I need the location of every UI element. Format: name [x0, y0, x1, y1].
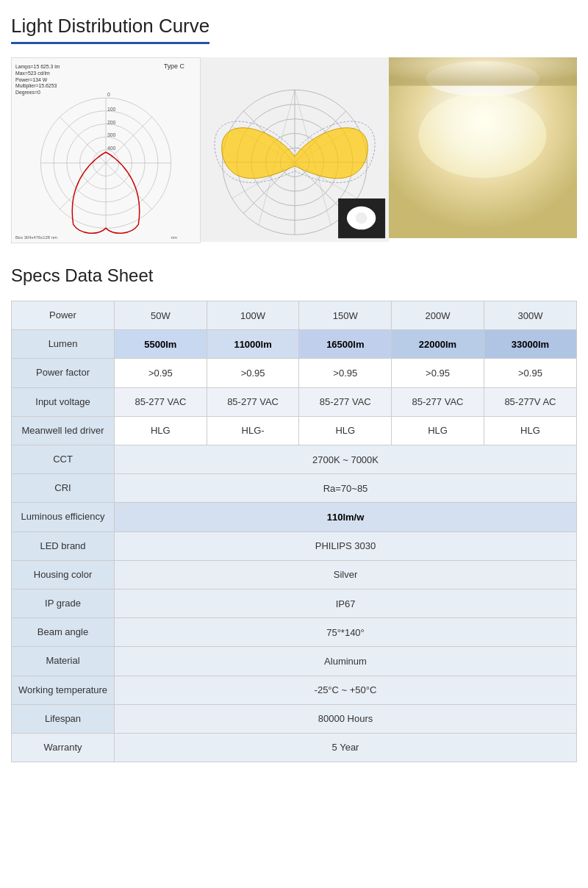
light-photo-box: [389, 57, 577, 238]
housing-color-row: Housing color Silver: [12, 560, 577, 589]
val-cct: 2700K ~ 7000K: [115, 445, 577, 474]
val-ip-grade: IP67: [115, 589, 577, 617]
val-iv-150: 85-277 VAC: [299, 387, 392, 416]
val-luminous: 110lm/w: [115, 503, 577, 531]
label-cri: CRI: [12, 474, 115, 503]
val-iv-50: 85-277 VAC: [115, 387, 207, 416]
val-led-brand: PHILIPS 3030: [115, 531, 577, 560]
svg-point-42: [419, 93, 547, 178]
val-beam-angle: 75°*140°: [115, 618, 577, 647]
val-lumen-300: 33000lm: [484, 330, 576, 359]
svg-text:400: 400: [107, 146, 116, 151]
svg-text:0: 0: [107, 92, 110, 97]
svg-text:Multiplier=15.6253: Multiplier=15.6253: [15, 83, 57, 89]
val-pf-150: >0.95: [299, 359, 392, 387]
label-power-factor: Power factor: [12, 359, 115, 387]
val-lifespan: 80000 Hours: [115, 704, 577, 733]
val-working-temp: -25°C ~ +50°C: [115, 676, 577, 704]
ip-grade-row: IP grade IP67: [12, 589, 577, 617]
power-factor-row: Power factor >0.95 >0.95 >0.95 >0.95 >0.…: [12, 359, 577, 387]
svg-text:Degrees=0: Degrees=0: [15, 90, 40, 96]
color-diagram-box: [201, 57, 389, 242]
header-100w: 100W: [207, 301, 299, 330]
label-lifespan: Lifespan: [12, 704, 115, 733]
material-row: Material Aluminum: [12, 647, 577, 676]
val-driver-50: HLG: [115, 416, 207, 445]
cct-row: CCT 2700K ~ 7000K: [12, 445, 577, 474]
input-voltage-row: Input voltage 85-277 VAC 85-277 VAC 85-2…: [12, 387, 577, 416]
working-temp-row: Working tempera­ture -25°C ~ +50°C: [12, 676, 577, 704]
val-pf-200: >0.95: [392, 359, 484, 387]
svg-text:100: 100: [107, 107, 116, 112]
label-material: Material: [12, 647, 115, 676]
val-driver-300: HLG: [484, 416, 576, 445]
specs-table: Power 50W 100W 150W 200W 300W Lumen 5500…: [11, 301, 577, 762]
driver-row: Meanwell led driv­er HLG HLG- HLG HLG HL…: [12, 416, 577, 445]
label-driver: Meanwell led driv­er: [12, 416, 115, 445]
svg-text:nm: nm: [171, 235, 177, 240]
polar-diagram-box: Lamps=15 625.3 lm Max=523 cd/lm Power=13…: [11, 57, 201, 243]
val-pf-50: >0.95: [115, 359, 207, 387]
header-150w: 150W: [299, 301, 392, 330]
table-header-row: Power 50W 100W 150W 200W 300W: [12, 301, 577, 330]
val-lumen-200: 22000lm: [392, 330, 484, 359]
curve-title: Light Distribution Curve: [11, 15, 209, 44]
val-driver-100: HLG-: [207, 416, 299, 445]
specs-title: Specs Data Sheet: [11, 265, 577, 286]
lumen-row: Lumen 5500lm 11000lm 16500lm 22000lm 330…: [12, 330, 577, 359]
header-200w: 200W: [392, 301, 484, 330]
cri-row: CRI Ra=70~85: [12, 474, 577, 503]
val-iv-200: 85-277 VAC: [392, 387, 484, 416]
label-housing-color: Housing color: [12, 560, 115, 589]
label-lumen: Lumen: [12, 330, 115, 359]
val-cri: Ra=70~85: [115, 474, 577, 503]
val-pf-100: >0.95: [207, 359, 299, 387]
label-luminous: Luminous efficien­cy: [12, 503, 115, 531]
svg-point-38: [356, 212, 368, 224]
luminous-row: Luminous efficien­cy 110lm/w: [12, 503, 577, 531]
val-lumen-50: 5500lm: [115, 330, 207, 359]
svg-text:Type C: Type C: [164, 62, 185, 70]
label-beam-angle: Beam angle: [12, 618, 115, 647]
label-warranty: Warranty: [12, 733, 115, 762]
label-cct: CCT: [12, 445, 115, 474]
header-power: Power: [12, 301, 115, 330]
val-driver-150: HLG: [299, 416, 392, 445]
label-led-brand: LED brand: [12, 531, 115, 560]
lifespan-row: Lifespan 80000 Hours: [12, 704, 577, 733]
svg-text:Power=134 W: Power=134 W: [15, 77, 48, 82]
label-working-temp: Working tempera­ture: [12, 676, 115, 704]
val-material: Aluminum: [115, 647, 577, 676]
curve-section: Light Distribution Curve Lamps=15 625.3 …: [11, 15, 577, 243]
val-iv-100: 85-277 VAC: [207, 387, 299, 416]
led-brand-row: LED brand PHILIPS 3030: [12, 531, 577, 560]
val-lumen-100: 11000lm: [207, 330, 299, 359]
val-lumen-150: 16500lm: [299, 330, 392, 359]
svg-text:200: 200: [107, 120, 116, 125]
page-wrapper: Light Distribution Curve Lamps=15 625.3 …: [0, 0, 588, 777]
val-iv-300: 85-277V AC: [484, 387, 576, 416]
svg-text:Box 304x476x128 nm: Box 304x476x128 nm: [15, 235, 57, 240]
val-housing-color: Silver: [115, 560, 577, 589]
beam-angle-row: Beam angle 75°*140°: [12, 618, 577, 647]
curve-images: Lamps=15 625.3 lm Max=523 cd/lm Power=13…: [11, 57, 577, 243]
warranty-row: Warranty 5 Year: [12, 733, 577, 762]
header-300w: 300W: [484, 301, 576, 330]
label-ip-grade: IP grade: [12, 589, 115, 617]
polar-lamps-text: Lamps=15 625.3 lm: [15, 64, 60, 70]
label-input-voltage: Input voltage: [12, 387, 115, 416]
specs-section: Specs Data Sheet Power 50W 100W 150W 200…: [11, 265, 577, 762]
header-50w: 50W: [115, 301, 207, 330]
val-driver-200: HLG: [392, 416, 484, 445]
svg-rect-41: [389, 57, 577, 86]
val-warranty: 5 Year: [115, 733, 577, 762]
val-pf-300: >0.95: [484, 359, 576, 387]
svg-text:Max=523 cd/lm: Max=523 cd/lm: [15, 71, 50, 76]
svg-text:300: 300: [107, 132, 116, 137]
